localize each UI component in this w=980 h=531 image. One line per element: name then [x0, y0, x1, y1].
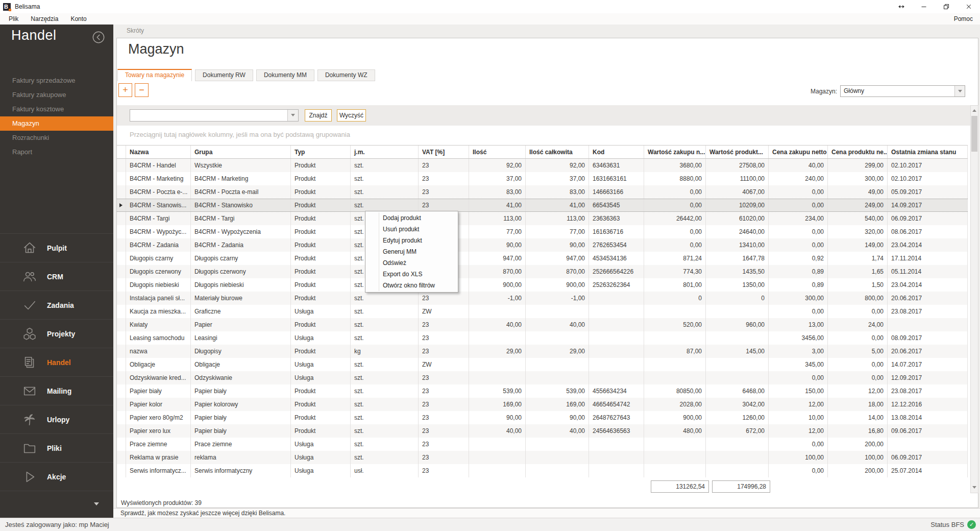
column-header[interactable]: Wartość zakupu n...	[644, 146, 706, 158]
table-row[interactable]: Kaucja za mieszka...GraficzneUsługaszt.Z…	[117, 305, 968, 318]
warehouse-select[interactable]: Główny	[840, 85, 965, 97]
sidebar-item-rozrachunki[interactable]: Rozrachunki	[0, 131, 113, 145]
context-menu-item-edytuj-produkt[interactable]: Edytuj produkt	[365, 235, 458, 246]
module-urlopy[interactable]: Urlopy	[0, 405, 113, 433]
table-row[interactable]: Długopis niebieskiDługopis niebieskiProd…	[117, 278, 968, 292]
module-pulpit[interactable]: Pulpit	[0, 233, 113, 262]
table-row[interactable]: Długopis czarnyDługopis czarnyProduktszt…	[117, 252, 968, 265]
tab-dokumenty-wz[interactable]: Dokumenty WZ	[317, 69, 375, 81]
caret-down-icon[interactable]	[94, 502, 99, 505]
table-row[interactable]: B4CRM - ZadaniaB4CRM - ZadaniaProduktszt…	[117, 238, 968, 252]
column-header[interactable]: Nazwa	[126, 146, 191, 158]
table-row[interactable]: Długopis czerwonyDługopis czerwonyProduk…	[117, 265, 968, 278]
table-row[interactable]: Odzyskiwanie kred...OdzyskiwanieUsługasz…	[117, 371, 968, 384]
table-row[interactable]: B4CRM - Poczta e-...B4CRM - Poczta e-mai…	[117, 185, 968, 199]
grid-cell	[469, 451, 526, 464]
column-header[interactable]: Ostatnia zmiana stanu	[888, 146, 968, 158]
column-header[interactable]: VAT [%]	[419, 146, 469, 158]
context-menu-item-generuj-mm[interactable]: Generuj MM	[365, 246, 458, 257]
context-menu-item-export-do-xls[interactable]: Export do XLS	[365, 269, 458, 280]
sidebar-collapse-button[interactable]	[92, 31, 105, 44]
table-row[interactable]: ObligacjeObligacjeUsługaszt.ZW345,000,00…	[117, 358, 968, 371]
table-row[interactable]: Leasing samochoduLeasingiUsługaszt.23345…	[117, 331, 968, 345]
table-row[interactable]: Papier białyPapier białyProduktszt.23539…	[117, 384, 968, 398]
sidebar-item-magazyn[interactable]: Magazyn	[0, 116, 113, 131]
tab-towary-na-magazynie[interactable]: Towary na magazynie	[117, 69, 192, 81]
clear-button[interactable]: Wyczyść	[337, 109, 366, 122]
table-row[interactable]: Papier xero 80g/m2Papier białyProduktszt…	[117, 411, 968, 424]
sidebar-item-faktury-zakupowe[interactable]: Faktury zakupowe	[0, 88, 113, 102]
grid-cell: 0,00	[828, 371, 888, 384]
column-header[interactable]: Kod	[589, 146, 644, 158]
scrollbar-thumb[interactable]	[971, 116, 977, 152]
table-row[interactable]: Serwis informatycz...Serwis informatyczn…	[117, 464, 968, 477]
column-header[interactable]: Typ	[291, 146, 351, 158]
vertical-scrollbar[interactable]	[970, 105, 978, 493]
window-titlebar: B Belisama	[0, 0, 980, 13]
grid-cell	[469, 305, 526, 318]
chevron-down-icon[interactable]	[287, 110, 298, 121]
window-restore-button[interactable]	[935, 0, 958, 13]
menu-item-pomoc[interactable]: Pomoc	[947, 13, 980, 25]
grid-cell: 12,00	[769, 398, 828, 411]
window-close-button[interactable]	[958, 0, 980, 13]
scroll-up-icon[interactable]	[971, 107, 978, 115]
grid-cell: 24564636563	[589, 424, 644, 438]
table-row[interactable]: nazwaDługopisyProduktkg2329,0029,0087,00…	[117, 345, 968, 358]
tab-dokumenty-rw[interactable]: Dokumenty RW	[195, 69, 253, 81]
row-selector	[117, 358, 126, 371]
shortcuts-label[interactable]: Skróty	[127, 27, 144, 34]
context-menu-item-usun-produkt[interactable]: Usuń produkt	[365, 224, 458, 235]
window-minimize-button[interactable]	[913, 0, 935, 13]
chevron-down-icon[interactable]	[954, 86, 965, 96]
column-header[interactable]: j.m.	[351, 146, 419, 158]
sidebar-item-raport[interactable]: Raport	[0, 145, 113, 159]
context-menu-item-dodaj-produkt[interactable]: Dodaj produkt	[365, 212, 458, 224]
module-pliki[interactable]: Pliki	[0, 433, 113, 462]
module-zadania[interactable]: Zadania	[0, 291, 113, 319]
column-header[interactable]: Grupa	[191, 146, 291, 158]
table-row[interactable]: B4CRM - HandelWszystkieProduktszt.2392,0…	[117, 159, 968, 172]
remove-product-button[interactable]: −	[135, 83, 149, 97]
column-header[interactable]: Cena zakupu netto	[769, 146, 828, 158]
sidebar-item-faktury-kosztowe[interactable]: Faktury kosztowe	[0, 102, 113, 116]
menu-item-narzedzia[interactable]: Narzędzia	[24, 13, 64, 25]
grid-cell: 12,00	[828, 384, 888, 398]
column-header[interactable]: Ilość całkowita	[526, 146, 589, 158]
grid-cell: Usługa	[291, 438, 351, 451]
grid-cell: Produkt	[291, 238, 351, 252]
column-header[interactable]: Ilość	[469, 146, 526, 158]
module-crm[interactable]: CRM	[0, 262, 113, 291]
grid-cell: Długopis niebieski	[191, 278, 291, 292]
table-row[interactable]: Papier xero luxPapier białyProduktszt.23…	[117, 424, 968, 438]
sidebar-item-faktury-sprzedażowe[interactable]: Faktury sprzedażowe	[0, 74, 113, 88]
add-product-button[interactable]: +	[118, 83, 132, 97]
column-header[interactable]: Cena produktu ne...	[828, 146, 888, 158]
module-handel[interactable]: Handel	[0, 348, 113, 376]
window-move-button[interactable]	[890, 0, 913, 13]
table-row[interactable]: Papier kolorPapier kolorowyProduktszt.23…	[117, 398, 968, 411]
table-row[interactable]: B4CRM - MarketingB4CRM - MarketingProduk…	[117, 172, 968, 185]
table-row[interactable]: B4CRM - Stanowis...B4CRM - StanowiskoPro…	[117, 199, 968, 212]
menu-item-plik[interactable]: Plik	[0, 13, 24, 25]
module-akcje[interactable]: Akcje	[0, 462, 113, 491]
column-header[interactable]: Wartość produkt...	[706, 146, 769, 158]
find-button[interactable]: Znajdź	[305, 109, 332, 122]
table-row[interactable]: Prace ziemnePrace ziemneUsługaszt.230,00…	[117, 438, 968, 451]
table-row[interactable]: B4CRM - Wypożyc...B4CRM - WypożyczeniaPr…	[117, 225, 968, 238]
table-row[interactable]: Instalacja paneli sł...Materiały biurowe…	[117, 292, 968, 305]
grid-cell: B4CRM - Targi	[126, 212, 191, 225]
context-menu-item-otworz-okno-filtrow[interactable]: Otwórz okno filtrów	[365, 280, 458, 291]
module-projekty[interactable]: Projekty	[0, 319, 113, 348]
table-row[interactable]: Reklama w prasiereklamaUsługaszt.23100,0…	[117, 451, 968, 464]
search-combo-input[interactable]	[130, 109, 299, 122]
grid-cell: 06.09.2017	[888, 451, 968, 464]
grid-cell	[706, 358, 769, 371]
context-menu-item-odswiez[interactable]: Odśwież	[365, 257, 458, 269]
scroll-down-icon[interactable]	[971, 484, 978, 492]
tab-dokumenty-mm[interactable]: Dokumenty MM	[256, 69, 314, 81]
menu-item-konto[interactable]: Konto	[64, 13, 92, 25]
table-row[interactable]: B4CRM - TargiB4CRM - TargiProduktszt.231…	[117, 212, 968, 225]
module-mailing[interactable]: Mailing	[0, 376, 113, 405]
table-row[interactable]: KwiatyPapierProduktszt.2340,0040,00520,0…	[117, 318, 968, 331]
